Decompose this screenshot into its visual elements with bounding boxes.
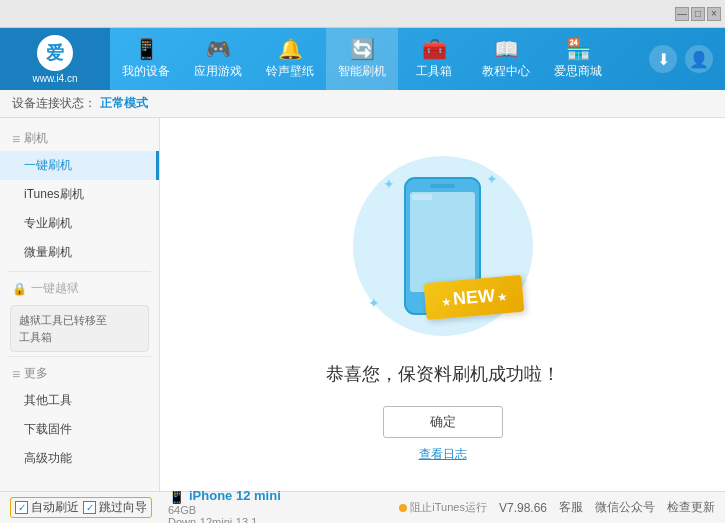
logo-text: www.i4.cn [32, 73, 77, 84]
logo-area: 爱 www.i4.cn [0, 28, 110, 90]
success-message: 恭喜您，保资料刷机成功啦！ [326, 362, 560, 386]
more-section-label: 更多 [24, 365, 48, 382]
main-layout: ≡ 刷机 一键刷机 iTunes刷机 专业刷机 微量刷机 🔒 一键越狱 越狱工具… [0, 118, 725, 491]
top-navigation: 爱 www.i4.cn 📱 我的设备 🎮 应用游戏 🔔 铃声壁纸 🔄 智能刷机 … [0, 28, 725, 90]
circle-background: ✦ ✦ ✦ NEW [353, 156, 533, 336]
tutorial-icon: 📖 [494, 39, 519, 59]
flash-section-icon: ≡ [12, 131, 20, 147]
bottom-right: 阻止iTunes运行 V7.98.66 客服 微信公众号 检查更新 [399, 499, 715, 516]
sidebar-more-title: ≡ 更多 [0, 361, 159, 386]
bottom-bar: 自动刷近 跳过向导 📱 iPhone 12 mini 64GB Down-12m… [0, 491, 725, 523]
download-button[interactable]: ⬇ [649, 45, 677, 73]
ringtone-icon: 🔔 [278, 39, 303, 59]
flash-icon: 🔄 [350, 39, 375, 59]
nav-smart-flash[interactable]: 🔄 智能刷机 [326, 28, 398, 90]
new-badge: NEW [423, 275, 524, 320]
view-log-link[interactable]: 查看日志 [419, 446, 467, 463]
sidebar-divider-1 [8, 271, 151, 272]
skip-guide-checkbox-item[interactable]: 跳过向导 [83, 499, 147, 516]
device-info: 📱 iPhone 12 mini 64GB Down-12mini-13,1 [168, 488, 281, 524]
title-bar: — □ × [0, 0, 725, 28]
auto-flash-checkbox[interactable] [15, 501, 28, 514]
nav-shop[interactable]: 🏪 爱思商城 [542, 28, 614, 90]
nav-shop-label: 爱思商城 [554, 63, 602, 80]
nav-apps-label: 应用游戏 [194, 63, 242, 80]
sidebar-jailbreak-disabled: 🔒 一键越狱 [0, 276, 159, 301]
status-value: 正常模式 [100, 95, 148, 112]
close-button[interactable]: × [707, 7, 721, 21]
nav-ringtones-label: 铃声壁纸 [266, 63, 314, 80]
customer-service-link[interactable]: 客服 [559, 499, 583, 516]
nav-apps-games[interactable]: 🎮 应用游戏 [182, 28, 254, 90]
nav-smart-flash-label: 智能刷机 [338, 63, 386, 80]
logo-icon: 爱 [37, 35, 73, 71]
nav-items: 📱 我的设备 🎮 应用游戏 🔔 铃声壁纸 🔄 智能刷机 🧰 工具箱 📖 教程中心… [110, 28, 649, 90]
checkbox-group: 自动刷近 跳过向导 [10, 497, 152, 518]
nav-tutorial[interactable]: 📖 教程中心 [470, 28, 542, 90]
connection-status-bar: 设备连接状态： 正常模式 [0, 90, 725, 118]
sidebar-item-free-data-flash[interactable]: 微量刷机 [0, 238, 159, 267]
shop-icon: 🏪 [566, 39, 591, 59]
toolbox-icon: 🧰 [422, 39, 447, 59]
minimize-button[interactable]: — [675, 7, 689, 21]
svg-rect-3 [430, 184, 455, 188]
version-text: V7.98.66 [499, 501, 547, 515]
sidebar-item-itunes-flash[interactable]: iTunes刷机 [0, 180, 159, 209]
check-update-link[interactable]: 检查更新 [667, 499, 715, 516]
sidebar-item-one-key-flash[interactable]: 一键刷机 [0, 151, 159, 180]
sparkle-icon-2: ✦ [486, 171, 498, 187]
nav-tutorial-label: 教程中心 [482, 63, 530, 80]
sidebar-item-download-firmware[interactable]: 下载固件 [0, 415, 159, 444]
sidebar-item-pro-flash[interactable]: 专业刷机 [0, 209, 159, 238]
skip-guide-checkbox[interactable] [83, 501, 96, 514]
svg-rect-1 [410, 192, 475, 292]
sidebar-item-advanced[interactable]: 高级功能 [0, 444, 159, 473]
phone-icon: 📱 [134, 39, 159, 59]
nav-toolbox-label: 工具箱 [416, 63, 452, 80]
account-button[interactable]: 👤 [685, 45, 713, 73]
auto-flash-checkbox-item[interactable]: 自动刷近 [15, 499, 79, 516]
window-controls: — □ × [675, 7, 721, 21]
more-section-icon: ≡ [12, 366, 20, 382]
phone-illustration: ✦ ✦ ✦ NEW [343, 146, 543, 346]
confirm-button[interactable]: 确定 [383, 406, 503, 438]
status-label: 设备连接状态： [12, 95, 96, 112]
skip-guide-label: 跳过向导 [99, 499, 147, 516]
itunes-status-label: 阻止iTunes运行 [410, 500, 487, 515]
auto-flash-label: 自动刷近 [31, 499, 79, 516]
nav-my-device-label: 我的设备 [122, 63, 170, 80]
device-model: Down-12mini-13,1 [168, 516, 281, 524]
bottom-left: 自动刷近 跳过向导 📱 iPhone 12 mini 64GB Down-12m… [10, 488, 281, 524]
sidebar-flash-title: ≡ 刷机 [0, 126, 159, 151]
apps-icon: 🎮 [206, 39, 231, 59]
sidebar-item-other-tools[interactable]: 其他工具 [0, 386, 159, 415]
nav-my-device[interactable]: 📱 我的设备 [110, 28, 182, 90]
sparkle-icon-3: ✦ [368, 295, 380, 311]
svg-rect-4 [412, 194, 432, 200]
device-storage: 64GB [168, 504, 281, 516]
sparkle-icon-1: ✦ [383, 176, 395, 192]
itunes-status[interactable]: 阻止iTunes运行 [399, 500, 487, 515]
sidebar-divider-2 [8, 356, 151, 357]
jailbreak-label: 一键越狱 [31, 280, 79, 297]
maximize-button[interactable]: □ [691, 7, 705, 21]
content-area: ✦ ✦ ✦ NEW [160, 118, 725, 491]
lock-icon: 🔒 [12, 282, 27, 296]
flash-section-label: 刷机 [24, 130, 48, 147]
nav-right-actions: ⬇ 👤 [649, 45, 725, 73]
itunes-status-dot [399, 504, 407, 512]
nav-ringtones[interactable]: 🔔 铃声壁纸 [254, 28, 326, 90]
wechat-public-link[interactable]: 微信公众号 [595, 499, 655, 516]
jailbreak-notice: 越狱工具已转移至工具箱 [10, 305, 149, 352]
sidebar: ≡ 刷机 一键刷机 iTunes刷机 专业刷机 微量刷机 🔒 一键越狱 越狱工具… [0, 118, 160, 491]
nav-toolbox[interactable]: 🧰 工具箱 [398, 28, 470, 90]
